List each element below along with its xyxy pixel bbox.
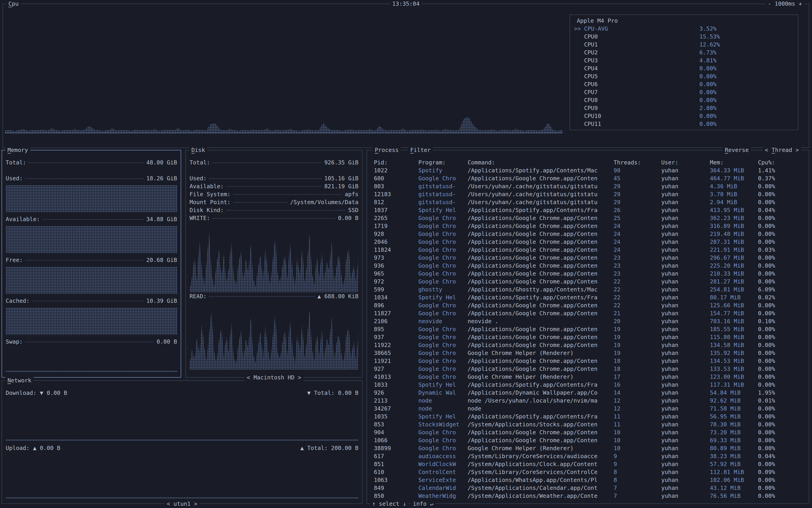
process-row[interactable]: 41013Google ChroGoogle Chrome Helper (Re… bbox=[372, 373, 804, 381]
process-row[interactable]: 11824Google Chro/Applications/Google Chr… bbox=[372, 246, 804, 254]
process-row[interactable]: 2113nodenode /Users/yuhan/.local/share/n… bbox=[372, 397, 804, 405]
process-row[interactable]: 2046Google Chro/Applications/Google Chro… bbox=[372, 238, 804, 246]
column-header-command[interactable]: Command: bbox=[468, 159, 495, 166]
process-command: neovide . bbox=[468, 317, 498, 325]
process-pid: 610 bbox=[374, 468, 384, 476]
cpu-core-usage: 0.00% bbox=[699, 112, 717, 120]
process-row[interactable]: 904Google Chro/Applications/Google Chrom… bbox=[372, 428, 804, 436]
process-row[interactable]: 895Google Chro/Applications/Google Chrom… bbox=[372, 325, 804, 333]
process-cpu: 0.00% bbox=[758, 373, 775, 381]
process-row[interactable]: 849CalendarWid/System/Applications/Calen… bbox=[372, 484, 804, 492]
process-user: yuhan bbox=[661, 317, 678, 325]
process-row[interactable]: 937Google Chro/Applications/Google Chrom… bbox=[372, 333, 804, 341]
process-program: Google Chro bbox=[418, 365, 456, 373]
network-interface-selector[interactable]: < utun1 > bbox=[164, 500, 199, 508]
cpu-legend-row[interactable]: CPU50.00% bbox=[570, 72, 798, 80]
process-row[interactable]: 2265Google Chro/Applications/Google Chro… bbox=[372, 214, 804, 222]
disk-panel[interactable]: Disk Total:926.35 GiBUsed:105.16 GiBAvai… bbox=[186, 150, 362, 378]
process-row[interactable]: 972Google Chro/Applications/Google Chrom… bbox=[372, 278, 804, 286]
process-row[interactable]: 851WorldClockW/System/Applications/Clock… bbox=[372, 460, 804, 468]
process-cpu: 0.00% bbox=[758, 230, 775, 238]
process-threads: 12 bbox=[614, 397, 620, 405]
process-row[interactable]: 1037Spotify Hel/Applications/Spotify.app… bbox=[372, 206, 804, 214]
cpu-legend-row[interactable]: CPU34.81% bbox=[570, 56, 798, 65]
process-mem: 703.16 MiB bbox=[710, 317, 744, 325]
column-header-cpu[interactable]: Cpu%: bbox=[758, 159, 775, 166]
process-row[interactable]: 853StocksWidget/System/Applications/Stoc… bbox=[372, 420, 804, 428]
process-pid: 928 bbox=[374, 230, 384, 238]
process-row[interactable]: 936Google Chro/Applications/Google Chrom… bbox=[372, 262, 804, 270]
column-header-pid[interactable]: Pid: bbox=[374, 159, 387, 166]
process-mem: 296.67 MiB bbox=[710, 254, 744, 262]
network-panel[interactable]: Network Download: ▼ 0.00 B ▼ Total: 0.00… bbox=[2, 380, 362, 504]
process-row[interactable]: 11922Google Chro/Applications/Google Chr… bbox=[372, 341, 804, 349]
cpu-legend-row[interactable]: CPU80.00% bbox=[570, 96, 798, 104]
process-command: /Applications/Spotify.app/Contents/Mac bbox=[468, 166, 597, 174]
cpu-legend-row[interactable]: CPU110.00% bbox=[570, 120, 798, 128]
process-row[interactable]: 617audioaccess/System/Library/CoreServic… bbox=[372, 452, 804, 460]
process-row[interactable]: 927Google Chro/Applications/Google Chrom… bbox=[372, 365, 804, 373]
process-row[interactable]: 1033Spotify Hel/Applications/Spotify.app… bbox=[372, 381, 804, 389]
memory-panel[interactable]: Memory Total:48.00 GiBUsed:18.26 GiBAvai… bbox=[2, 150, 181, 378]
process-row[interactable]: 12183gitstatusd-/Users/yuhan/.cache/gits… bbox=[372, 190, 804, 198]
process-program: audioaccess bbox=[418, 452, 456, 460]
process-row[interactable]: 2106neovideneovide .20yuhan703.16 MiB0.1… bbox=[372, 317, 804, 325]
process-row[interactable]: 812gitstatusd-/Users/yuhan/.cache/gitsta… bbox=[372, 198, 804, 206]
process-user: yuhan bbox=[661, 222, 678, 230]
process-threads: 24 bbox=[614, 238, 620, 246]
process-row[interactable]: 38665Google ChroGoogle Chrome Helper (Re… bbox=[372, 349, 804, 357]
column-header-mem[interactable]: Mem: bbox=[710, 159, 724, 166]
cpu-model-label: Apple M4 Pro bbox=[570, 15, 798, 25]
process-row[interactable]: 34267nodenode12yuhan71.58 MiB0.00% bbox=[372, 405, 804, 413]
cpu-legend-row[interactable]: CPU26.73% bbox=[570, 48, 798, 56]
cpu-legend-row[interactable]: CPU015.53% bbox=[570, 33, 798, 41]
cpu-legend-row[interactable]: CPU100.00% bbox=[570, 112, 798, 120]
process-row[interactable]: 973Google Chro/Applications/Google Chrom… bbox=[372, 254, 804, 262]
download-graph-baseline bbox=[6, 439, 358, 441]
process-row[interactable]: 1022Spotify/Applications/Spotify.app/Con… bbox=[372, 166, 804, 174]
process-row[interactable]: 803gitstatusd-/Users/yuhan/.cache/gitsta… bbox=[372, 182, 804, 190]
process-row[interactable]: 11921Google Chro/Applications/Google Chr… bbox=[372, 357, 804, 365]
process-row[interactable]: 928Google Chro/Applications/Google Chrom… bbox=[372, 230, 804, 238]
process-row[interactable]: 926Dynamic Wal/Applications/Dynamic Wall… bbox=[372, 389, 804, 397]
process-user: yuhan bbox=[661, 476, 678, 484]
disk-metric-label: WRITE: bbox=[190, 214, 210, 222]
process-row[interactable]: 965Google Chro/Applications/Google Chrom… bbox=[372, 270, 804, 278]
process-row[interactable]: 896Google Chro/Applications/Google Chrom… bbox=[372, 301, 804, 309]
process-filter-toggle[interactable]: Filter bbox=[408, 146, 433, 154]
cpu-legend-row[interactable]: >>CPU-AVG3.52% bbox=[570, 25, 798, 33]
process-row[interactable]: 11827Google Chro/Applications/Google Chr… bbox=[372, 309, 804, 317]
cpu-legend-row[interactable]: CPU70.00% bbox=[570, 88, 798, 96]
cpu-legend-row[interactable]: CPU40.00% bbox=[570, 65, 798, 72]
process-row[interactable]: 1719Google Chro/Applications/Google Chro… bbox=[372, 222, 804, 230]
refresh-rate-control[interactable]: - 1000ms + bbox=[766, 0, 804, 8]
process-command: /Applications/Google Chrome.app/Conten bbox=[468, 174, 597, 182]
cpu-panel[interactable]: Cpu 13:35:04 - 1000ms + Apple M4 Pro >>C… bbox=[2, 4, 809, 148]
cpu-core-usage: 0.00% bbox=[699, 96, 717, 104]
process-panel[interactable]: Process Filter Reverse < Thread > Pid:Pr… bbox=[366, 150, 809, 504]
process-row[interactable]: 1063ServiceExte/Applications/WhatsApp.ap… bbox=[372, 476, 804, 484]
column-header-program[interactable]: Program: bbox=[418, 159, 446, 166]
process-table-header: Pid:Program:Command:Threads:User:Mem:Cpu… bbox=[372, 159, 804, 166]
process-row[interactable]: 1066Google Chro/Applications/Google Chro… bbox=[372, 436, 804, 444]
process-row[interactable]: 38899Google ChroGoogle Chrome Helper (Re… bbox=[372, 444, 804, 452]
process-threads: 17 bbox=[614, 373, 620, 381]
column-header-threads[interactable]: Threads: bbox=[614, 159, 641, 166]
process-row[interactable]: 610ControlCent/System/Library/CoreServic… bbox=[372, 468, 804, 476]
process-row[interactable]: 600Google Chro/Applications/Google Chrom… bbox=[372, 174, 804, 182]
cpu-legend-row[interactable]: CPU92.88% bbox=[570, 104, 798, 112]
cpu-legend-row[interactable]: CPU112.62% bbox=[570, 41, 798, 48]
disk-selector[interactable]: < Macintosh HD > bbox=[244, 374, 304, 381]
memory-metric-value: 18.26 GiB bbox=[146, 174, 177, 182]
process-row[interactable]: 1034Spotify Hel/Applications/Spotify.app… bbox=[372, 293, 804, 301]
process-user: yuhan bbox=[661, 405, 678, 413]
process-row[interactable]: 599ghostty/Applications/Ghostty.app/Cont… bbox=[372, 286, 804, 293]
column-header-user[interactable]: User: bbox=[661, 159, 678, 166]
process-reverse-toggle[interactable]: Reverse bbox=[723, 146, 751, 154]
cpu-legend-row[interactable]: CPU60.00% bbox=[570, 80, 798, 88]
process-thread-toggle[interactable]: < Thread > bbox=[763, 146, 801, 154]
process-row[interactable]: 1035Spotify Hel/Applications/Spotify.app… bbox=[372, 413, 804, 420]
process-cpu: 0.00% bbox=[758, 238, 775, 246]
process-pid: 1022 bbox=[374, 166, 387, 174]
process-row[interactable]: 850WeatherWidg/System/Applications/Weath… bbox=[372, 492, 804, 500]
